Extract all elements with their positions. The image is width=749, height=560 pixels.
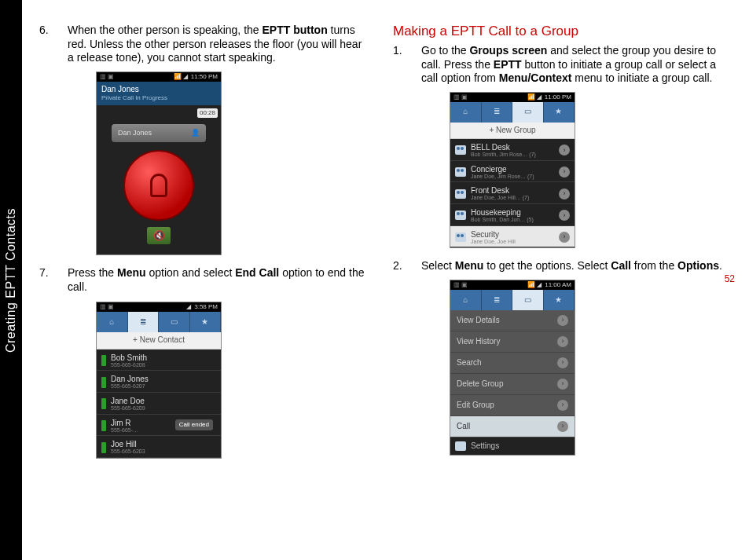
step-text: Select Menu to get the options. Select C… <box>421 259 722 272</box>
tab-row: ⌂ ≣ ▭ ★ <box>450 102 575 123</box>
status-bar: ▥ ▣ ◢ 3:58 PM <box>97 302 221 312</box>
menu-item-call[interactable]: Call› <box>450 416 575 437</box>
contact-row[interactable]: Bob Smith555-665-6208 <box>97 350 221 372</box>
call-title-bar: Dan Jones Private Call In Progress <box>97 82 221 106</box>
contact-number: 555-665-6209 <box>111 405 145 412</box>
text-fragment: Go to the <box>421 44 469 57</box>
tab-contacts[interactable]: ≣ <box>128 312 160 332</box>
options-menu: View Details› View History› Search› Dele… <box>450 310 575 437</box>
bold-fragment: EPTT button <box>262 24 327 36</box>
step-1: 1. Go to the Groups screen and select th… <box>393 44 723 248</box>
menu-label: Call <box>457 422 470 432</box>
speaker-name: Dan Jones <box>118 129 152 137</box>
menu-label: Delete Group <box>457 379 503 390</box>
tab-home[interactable]: ⌂ <box>450 290 482 310</box>
eptt-button[interactable] <box>123 150 194 221</box>
status-time: 11:50 PM <box>191 73 218 81</box>
chevron-right-icon[interactable]: › <box>559 145 570 156</box>
signal-icon: 📶 ◢ <box>174 73 188 81</box>
group-row[interactable]: HousekeepingBob Smith, Dan Jon… (5) › <box>450 204 575 226</box>
tab-groups[interactable]: ▭ <box>512 290 544 310</box>
step-text: Press the Menu option and select End Cal… <box>68 266 364 293</box>
step-number: 6. <box>39 24 49 38</box>
chevron-right-icon: › <box>557 421 568 432</box>
list-icon: ≣ <box>494 295 500 306</box>
menu-footer-settings[interactable]: Settings <box>450 437 575 456</box>
menu-item-view-details[interactable]: View Details› <box>450 310 575 331</box>
contact-row[interactable]: Dan Jones555-665-6207 <box>97 371 221 393</box>
contact-row[interactable]: Jim R555-665-… Call ended <box>97 415 221 437</box>
call-status: Private Call In Progress <box>101 94 216 102</box>
tab-contacts[interactable]: ≣ <box>482 290 513 310</box>
list-icon: ≣ <box>140 317 146 328</box>
new-contact-button[interactable]: + New Contact <box>97 332 221 350</box>
presence-icon <box>101 442 106 453</box>
home-icon: ⌂ <box>463 107 468 117</box>
group-row[interactable]: ConciergeJane Doe, Jim Rose… (7) › <box>450 161 575 183</box>
status-icons: ▥ ▣ <box>453 281 468 289</box>
speaker-icon: 🔇 <box>153 230 165 242</box>
text-fragment: . <box>719 259 722 272</box>
menu-label: View History <box>457 337 500 347</box>
menu-label: Search <box>457 358 482 368</box>
group-members: Bob Smith, Dan Jon… (5) <box>471 217 534 223</box>
step-number: 7. <box>39 266 49 280</box>
gear-icon <box>455 441 466 451</box>
chevron-right-icon[interactable]: › <box>559 188 570 199</box>
tab-groups[interactable]: ▭ <box>512 102 544 123</box>
group-name: Housekeeping <box>471 208 534 217</box>
menu-item-search[interactable]: Search› <box>450 353 575 374</box>
tab-favorites[interactable]: ★ <box>190 312 222 332</box>
contact-name: Jim R <box>111 419 138 427</box>
chevron-right-icon[interactable]: › <box>559 232 570 243</box>
chevron-right-icon[interactable]: › <box>559 167 570 178</box>
step-6: 6. When the other person is speaking, th… <box>39 24 369 255</box>
menu-label: View Details <box>457 316 500 326</box>
status-icons: ▥ ▣ <box>100 73 114 81</box>
menu-item-edit-group[interactable]: Edit Group› <box>450 395 575 416</box>
tab-home[interactable]: ⌂ <box>450 102 482 123</box>
contact-row[interactable]: Jane Doe555-665-6209 <box>97 393 221 415</box>
bold-fragment: Menu <box>455 259 484 272</box>
text-fragment: menu to initiate a group call. <box>571 71 712 84</box>
chevron-right-icon: › <box>557 379 568 390</box>
step-number: 2. <box>393 259 402 273</box>
contact-name: Jane Doe <box>111 397 145 405</box>
tab-favorites[interactable]: ★ <box>544 102 575 123</box>
person-icon: 👤 <box>191 129 200 137</box>
speaker-toggle[interactable]: 🔇 <box>147 227 171 244</box>
contact-name: Dan Jones <box>111 375 149 383</box>
screenshot-call-in-progress: ▥ ▣ 📶 ◢ 11:50 PM Dan Jones Private Call … <box>96 71 222 256</box>
tab-contacts[interactable]: ≣ <box>482 102 513 123</box>
chevron-right-icon[interactable]: › <box>559 210 570 221</box>
new-group-button[interactable]: + New Group <box>450 123 575 140</box>
group-members: Jane Doe, Jim Rose… (7) <box>471 174 534 180</box>
contact-name: Joe Hill <box>111 440 145 448</box>
menu-item-delete-group[interactable]: Delete Group› <box>450 374 575 395</box>
contacts-rows: Bob Smith555-665-6208 Dan Jones555-665-6… <box>97 350 221 458</box>
chevron-right-icon: › <box>557 357 568 368</box>
group-row[interactable]: SecurityJane Doe, Joe Hill › <box>450 226 575 248</box>
group-icon <box>455 232 466 242</box>
tab-groups[interactable]: ▭ <box>159 312 190 332</box>
section-tab: Creating EPTT Contacts <box>0 0 22 560</box>
signal-icon: 📶 ◢ <box>527 281 542 289</box>
chevron-right-icon: › <box>557 315 568 326</box>
star-icon: ★ <box>555 295 562 306</box>
text-fragment: When the other person is speaking, the <box>68 24 262 36</box>
section-tab-label: Creating EPTT Contacts <box>4 207 18 352</box>
tab-favorites[interactable]: ★ <box>544 290 575 310</box>
group-icon <box>455 189 466 199</box>
group-row[interactable]: BELL DeskBob Smith, Jim Rose… (7) › <box>450 139 575 161</box>
presence-icon <box>101 398 106 409</box>
group-row[interactable]: Front DeskJane Doe, Joe Hill… (7) › <box>450 182 575 204</box>
signal-icon: 📶 ◢ <box>527 93 542 101</box>
left-column: 6. When the other person is speaking, th… <box>39 24 369 470</box>
menu-item-view-history[interactable]: View History› <box>450 331 575 353</box>
text-fragment: Select <box>421 259 455 272</box>
menu-label: Edit Group <box>457 401 494 411</box>
contact-number: 555-665-6203 <box>111 448 145 455</box>
tab-home[interactable]: ⌂ <box>97 312 128 332</box>
status-bar: ▥ ▣ 📶 ◢ 11:50 PM <box>97 72 221 82</box>
contact-row[interactable]: Joe Hill555-665-6203 <box>97 436 221 458</box>
